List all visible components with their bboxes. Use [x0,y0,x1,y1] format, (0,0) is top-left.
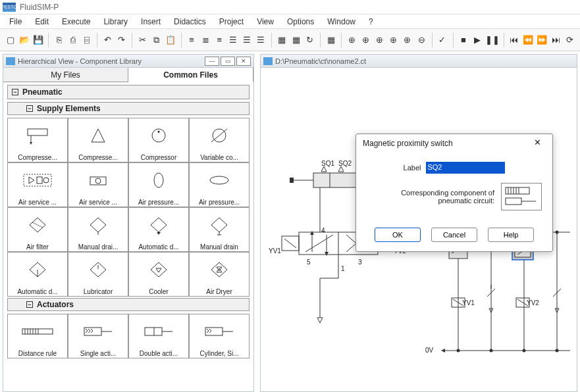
zoom-out-icon[interactable]: ⊖ [415,33,427,47]
menu-help[interactable]: ? [363,16,379,28]
menu-view[interactable]: View [251,16,279,28]
label-input[interactable] [426,162,505,174]
align-bottom-icon[interactable]: ☰ [255,33,267,47]
component-compressed-air-2[interactable]: Compresse... [68,118,128,162]
document-title: D:\Pneumatic\ct\noname2.ct [275,57,366,65]
ok-button[interactable]: OK [375,228,421,242]
svg-rect-9 [24,174,51,186]
menu-edit[interactable]: Edit [30,16,54,28]
close-icon[interactable]: ✕ [534,137,546,149]
skip-start-icon[interactable]: ⏮ [508,33,520,47]
collapse-icon[interactable]: − [12,89,18,95]
align-left-icon[interactable]: ≡ [185,33,198,47]
check-icon[interactable]: ✓ [436,33,448,47]
svg-marker-3 [92,129,105,142]
component-cooler[interactable]: Cooler [128,252,189,297]
menu-file[interactable]: File [4,16,27,28]
component-single-acting[interactable]: Single acti... [68,314,128,358]
component-automatic-drain-2[interactable]: Automatic d... [7,252,68,297]
cut-icon[interactable]: ✂ [136,33,149,47]
component-cylinder-single[interactable]: Cylinder, Si... [189,314,250,358]
rotate-icon[interactable]: ↻ [303,33,316,47]
print-preview-icon[interactable]: ⎘ [53,33,65,47]
subcategory-supply-elements[interactable]: − Supply Elements [7,102,250,115]
svg-marker-2 [30,142,32,145]
copy-icon[interactable]: ⧉ [150,33,163,47]
paste-icon[interactable]: 📋 [165,33,177,47]
svg-marker-23 [211,218,227,232]
menu-insert[interactable]: Insert [136,16,166,28]
svg-line-69 [284,239,296,248]
new-icon[interactable]: ▢ [4,33,16,47]
subcategory-actuators[interactable]: − Actuators [7,298,250,311]
undo-icon[interactable]: ↶ [101,33,114,47]
ungroup-icon[interactable]: ▦ [290,33,302,47]
component-air-dryer[interactable]: Air Dryer [189,252,250,297]
collapse-icon[interactable]: − [26,105,33,112]
step-fwd-icon[interactable]: ⏩ [536,33,548,47]
svg-marker-62 [310,231,314,235]
zoom-100-icon[interactable]: ⊕ [359,33,372,47]
app-logo: FESTO [3,3,16,12]
document-window-header[interactable]: D:\Pneumatic\ct\noname2.ct [261,55,577,68]
menu-window[interactable]: Window [322,16,361,28]
zoom-prev-icon[interactable]: ⊕ [387,33,400,47]
play-icon[interactable]: ▶ [471,33,483,47]
component-manual-drain-2[interactable]: Manual drain [189,207,250,252]
zoom-window-icon[interactable]: ⊕ [373,33,386,47]
svg-marker-105 [441,349,445,353]
menu-didactics[interactable]: Didactics [169,16,211,28]
align-right-icon[interactable]: ≡ [213,33,226,47]
component-compressed-air[interactable]: Compresse... [7,118,68,162]
category-pneumatic[interactable]: − Pneumatic [7,85,250,99]
close-icon[interactable]: ✕ [236,57,251,66]
help-button[interactable]: Help [488,228,534,242]
stop-icon[interactable]: ■ [457,33,469,47]
skip-end-icon[interactable]: ⏭ [550,33,562,47]
cancel-button[interactable]: Cancel [431,228,477,242]
component-lubricator[interactable]: Lubricator [68,252,128,297]
component-distance-rule[interactable]: Distance rule [7,314,68,358]
tab-common-files[interactable]: Common Files [128,68,253,82]
corresponding-text: Corresponding component of pneumatic cir… [367,189,494,205]
zoom-fit-icon[interactable]: ⊕ [346,33,358,47]
print-icon[interactable]: ⎙ [66,33,79,47]
pause-icon[interactable]: ❚❚ [485,33,500,47]
align-top-icon[interactable]: ☰ [227,33,240,47]
component-manual-drain-1[interactable]: Manual drai... [68,207,128,252]
component-variable-compressor[interactable]: Variable co... [189,118,250,162]
collapse-icon[interactable]: − [26,301,33,308]
step-back-icon[interactable]: ⏪ [522,33,535,47]
component-automatic-drain-1[interactable]: Automatic d... [128,207,189,252]
properties-icon[interactable]: ⌸ [80,33,93,47]
minimize-icon[interactable]: — [205,57,219,66]
component-air-service-1[interactable]: Air service ... [7,162,68,207]
redo-icon[interactable]: ↷ [115,33,128,47]
group-icon[interactable]: ▦ [276,33,288,47]
component-compressor[interactable]: Compressor [128,118,189,162]
svg-point-15 [154,173,163,187]
menu-project[interactable]: Project [214,16,249,28]
maximize-icon[interactable]: ▭ [221,57,235,66]
menu-library[interactable]: Library [98,16,133,28]
align-middle-icon[interactable]: ☰ [241,33,253,47]
dialog-titlebar[interactable]: Magnetic proximity switch ✕ [356,134,552,153]
component-double-acting[interactable]: Double acti... [128,314,189,358]
component-air-pressure-1[interactable]: Air pressure... [128,162,189,207]
app-title: FluidSIM-P [20,3,59,12]
loop-icon[interactable]: ⟳ [564,33,576,47]
component-air-pressure-2[interactable]: Air pressure... [189,162,250,207]
tab-my-files[interactable]: My Files [3,68,128,82]
grid-icon[interactable]: ▦ [325,33,337,47]
library-window-header[interactable]: Hierarchical View - Component Library — … [3,55,253,68]
svg-rect-0 [28,129,47,135]
component-air-filter[interactable]: Air filter [7,207,68,252]
open-icon[interactable]: 📂 [18,33,30,47]
component-air-service-2[interactable]: Air service ... [68,162,128,207]
zoom-in-icon[interactable]: ⊕ [401,33,413,47]
label-sq2: SQ2 [338,160,352,167]
align-center-icon[interactable]: ≣ [199,33,212,47]
menu-execute[interactable]: Execute [57,16,95,28]
save-icon[interactable]: 💾 [32,33,44,47]
menu-options[interactable]: Options [282,16,319,28]
